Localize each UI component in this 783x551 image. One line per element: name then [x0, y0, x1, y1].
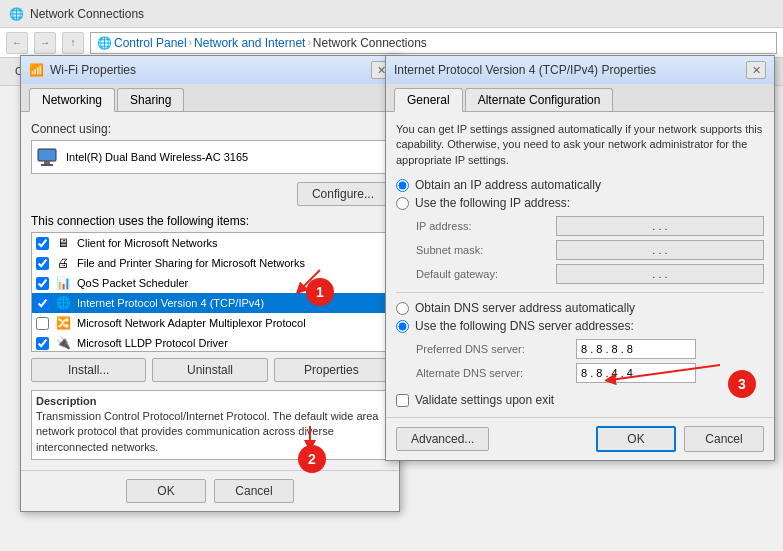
adapter-name: Intel(R) Dual Band Wireless-AC 3165	[66, 151, 248, 163]
annotation-1: 1	[306, 278, 334, 306]
svg-rect-0	[38, 149, 56, 161]
client-icon: 🖥	[55, 235, 71, 251]
forward-button[interactable]: →	[34, 32, 56, 54]
item-label-3: QoS Packet Scheduler	[77, 277, 188, 289]
description-label: Description	[36, 395, 384, 407]
auto-ip-row: Obtain an IP address automatically	[396, 178, 764, 192]
advanced-button[interactable]: Advanced...	[396, 427, 489, 451]
breadcrumb-icon: 🌐	[97, 36, 112, 50]
subnet-mask-input[interactable]: . . .	[556, 240, 764, 260]
properties-button[interactable]: Properties	[274, 358, 389, 382]
wifi-cancel-button[interactable]: Cancel	[214, 479, 294, 503]
wifi-dialog-body: Connect using: Intel(R) Dual Band Wirele…	[21, 112, 399, 470]
wifi-dialog-tabs: Networking Sharing	[21, 84, 399, 112]
sharing-icon: 🖨	[55, 255, 71, 271]
item-checkbox-2[interactable]	[36, 257, 49, 270]
breadcrumb-item-2[interactable]: Network and Internet	[194, 36, 305, 50]
item-label-5: Microsoft Network Adapter Multiplexor Pr…	[77, 317, 306, 329]
breadcrumb: 🌐 Control Panel › Network and Internet ›…	[90, 32, 777, 54]
alternate-dns-value: 8 . 8 . 4 . 4	[581, 367, 633, 379]
svg-rect-2	[41, 164, 53, 166]
item-checkbox-3[interactable]	[36, 277, 49, 290]
list-item[interactable]: 🔀 Microsoft Network Adapter Multiplexor …	[32, 313, 388, 333]
list-item-selected[interactable]: 🌐 Internet Protocol Version 4 (TCP/IPv4)	[32, 293, 388, 313]
uninstall-button[interactable]: Uninstall	[152, 358, 267, 382]
wifi-ok-button[interactable]: OK	[126, 479, 206, 503]
auto-dns-row: Obtain DNS server address automatically	[396, 301, 764, 315]
ipv4-properties-dialog: Internet Protocol Version 4 (TCP/IPv4) P…	[385, 55, 775, 461]
configure-button[interactable]: Configure...	[297, 182, 389, 206]
tab-general[interactable]: General	[394, 88, 463, 112]
validate-label: Validate settings upon exit	[415, 393, 554, 407]
up-button[interactable]: ↑	[62, 32, 84, 54]
alternate-dns-label: Alternate DNS server:	[416, 367, 576, 379]
breadcrumb-sep-2: ›	[307, 37, 310, 48]
auto-ip-radio[interactable]	[396, 179, 409, 192]
window-title: Network Connections	[30, 7, 144, 21]
ipv4-cancel-button[interactable]: Cancel	[684, 426, 764, 452]
gateway-label: Default gateway:	[416, 268, 556, 280]
gateway-row: Default gateway: . . .	[396, 264, 764, 284]
ip-address-label: IP address:	[416, 220, 556, 232]
ipv4-body: You can get IP settings assigned automat…	[386, 112, 774, 417]
manual-ip-radio[interactable]	[396, 197, 409, 210]
description-group: Description Transmission Control Protoco…	[31, 390, 389, 460]
auto-dns-label: Obtain DNS server address automatically	[415, 301, 635, 315]
back-button[interactable]: ←	[6, 32, 28, 54]
manual-dns-radio[interactable]	[396, 320, 409, 333]
ipv4-dialog-footer: Advanced... OK Cancel	[386, 417, 774, 460]
preferred-dns-row: Preferred DNS server: 8 . 8 . 8 . 8	[396, 339, 764, 359]
ipv4-dialog-tabs: General Alternate Configuration	[386, 84, 774, 112]
preferred-dns-value: 8 . 8 . 8 . 8	[581, 343, 633, 355]
manual-ip-row: Use the following IP address:	[396, 196, 764, 210]
multiplexor-icon: 🔀	[55, 315, 71, 331]
auto-dns-radio[interactable]	[396, 302, 409, 315]
description-text: Transmission Control Protocol/Internet P…	[36, 409, 384, 455]
ipv4-description: You can get IP settings assigned automat…	[396, 122, 764, 168]
list-item[interactable]: 📊 QoS Packet Scheduler	[32, 273, 388, 293]
wifi-dialog-titlebar: 📶 Wi-Fi Properties ✕	[21, 56, 399, 84]
subnet-mask-label: Subnet mask:	[416, 244, 556, 256]
item-checkbox-5[interactable]	[36, 317, 49, 330]
ipv4-dialog-title: Internet Protocol Version 4 (TCP/IPv4) P…	[394, 63, 656, 77]
gateway-input[interactable]: . . .	[556, 264, 764, 284]
svg-rect-1	[44, 161, 50, 164]
wifi-dialog-title: 📶 Wi-Fi Properties	[29, 63, 136, 77]
adapter-icon	[36, 145, 60, 169]
divider	[396, 292, 764, 293]
preferred-dns-input[interactable]: 8 . 8 . 8 . 8	[576, 339, 696, 359]
tab-alternate-config[interactable]: Alternate Configuration	[465, 88, 614, 111]
list-item[interactable]: 🖨 File and Printer Sharing for Microsoft…	[32, 253, 388, 273]
breadcrumb-sep-1: ›	[189, 37, 192, 48]
preferred-dns-label: Preferred DNS server:	[416, 343, 576, 355]
connect-using-label: Connect using:	[31, 122, 389, 136]
item-label-6: Microsoft LLDP Protocol Driver	[77, 337, 228, 349]
ip-address-input[interactable]: . . .	[556, 216, 764, 236]
breadcrumb-item-1[interactable]: Control Panel	[114, 36, 187, 50]
tab-sharing[interactable]: Sharing	[117, 88, 184, 111]
validate-row: Validate settings upon exit	[396, 393, 764, 407]
install-button[interactable]: Install...	[31, 358, 146, 382]
validate-checkbox[interactable]	[396, 394, 409, 407]
ipv4-dialog-close[interactable]: ✕	[746, 61, 766, 79]
item-checkbox-6[interactable]	[36, 337, 49, 350]
alternate-dns-row: Alternate DNS server: 8 . 8 . 4 . 4	[396, 363, 764, 383]
bottom-buttons: Install... Uninstall Properties	[31, 358, 389, 382]
ipv4-ok-button[interactable]: OK	[596, 426, 676, 452]
wifi-dialog-footer: OK Cancel	[21, 470, 399, 511]
manual-dns-row: Use the following DNS server addresses:	[396, 319, 764, 333]
lldp-icon: 🔌	[55, 335, 71, 351]
adapter-box: Intel(R) Dual Band Wireless-AC 3165	[31, 140, 389, 174]
manual-ip-label: Use the following IP address:	[415, 196, 570, 210]
dns-section: Obtain DNS server address automatically …	[396, 301, 764, 383]
item-checkbox-4[interactable]	[36, 297, 49, 310]
qos-icon: 📊	[55, 275, 71, 291]
list-item[interactable]: 🖥 Client for Microsoft Networks	[32, 233, 388, 253]
alternate-dns-input[interactable]: 8 . 8 . 4 . 4	[576, 363, 696, 383]
tab-networking[interactable]: Networking	[29, 88, 115, 112]
list-item[interactable]: 🔌 Microsoft LLDP Protocol Driver	[32, 333, 388, 352]
manual-dns-label: Use the following DNS server addresses:	[415, 319, 634, 333]
ipv4-icon: 🌐	[55, 295, 71, 311]
item-checkbox-1[interactable]	[36, 237, 49, 250]
auto-ip-label: Obtain an IP address automatically	[415, 178, 601, 192]
